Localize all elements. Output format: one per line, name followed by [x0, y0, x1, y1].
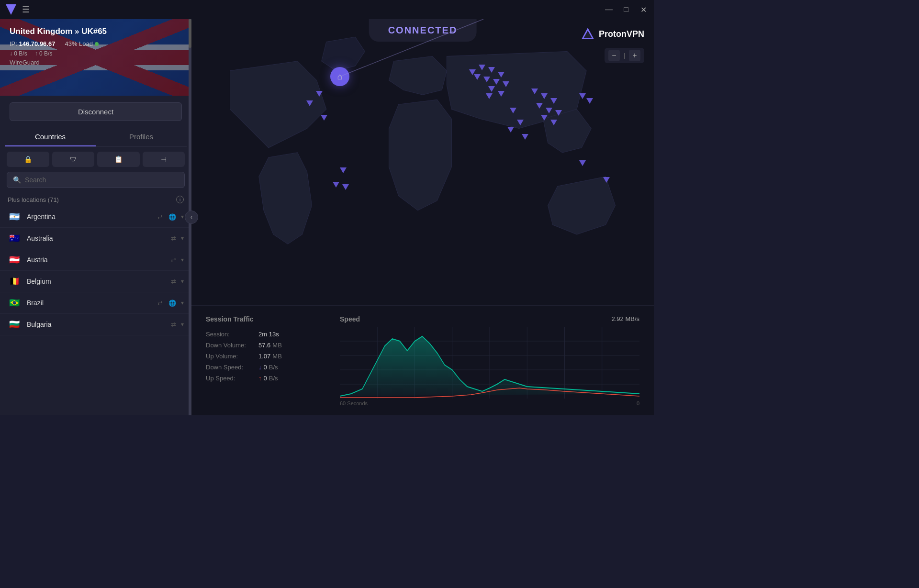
tab-profiles[interactable]: Profiles: [96, 128, 187, 146]
country-name: Belgium: [27, 277, 164, 285]
server-marker: [342, 184, 349, 190]
globe-icon[interactable]: 🌐: [168, 299, 177, 308]
search-input[interactable]: [25, 176, 179, 184]
server-marker: [488, 86, 495, 92]
zoom-in-button[interactable]: +: [629, 50, 640, 61]
server-marker: [586, 98, 593, 104]
flag-argentina: 🇦🇷: [8, 212, 21, 222]
chevron-down-icon[interactable]: ▾: [181, 213, 184, 220]
scrollbar-thumb[interactable]: [189, 19, 191, 48]
session-label: Session:: [206, 331, 258, 338]
p2p-icon[interactable]: ⇄: [170, 234, 177, 243]
server-marker: [522, 134, 528, 140]
list-item[interactable]: 🇧🇪 Belgium ⇄ ▾: [0, 271, 191, 292]
zoom-separator: |: [624, 52, 625, 59]
sidebar-toggle-button[interactable]: ‹: [185, 211, 198, 224]
globe-icon[interactable]: 🌐: [168, 212, 177, 222]
conn-details: IP: 146.70.96.67 43% Load: [10, 40, 182, 47]
server-marker: [579, 160, 586, 166]
main-area: CONNECTED ProtonVPN − | +: [191, 19, 654, 415]
server-marker: [479, 65, 485, 70]
country-list: 🇦🇷 Argentina ⇄ 🌐 ▾ 🇦🇺 Australia ⇄ ▾ 🇦🇹 A…: [0, 206, 191, 415]
title-bar-left: ☰: [6, 4, 30, 15]
sidebar: United Kingdom » UK#65 IP: 146.70.96.67 …: [0, 19, 191, 415]
window-controls: — □ ✕: [604, 5, 648, 14]
load-value: 43% Load: [65, 40, 93, 47]
list-item[interactable]: 🇧🇬 Bulgaria ⇄ ▾: [0, 314, 191, 335]
filter-row: 🔒 🛡 📋 ⊣: [0, 147, 191, 172]
chevron-down-icon[interactable]: ▾: [181, 278, 184, 285]
p2p-icon[interactable]: ⇄: [170, 255, 177, 265]
filter-shield-btn[interactable]: 🛡: [52, 152, 95, 167]
list-item[interactable]: 🇦🇺 Australia ⇄ ▾: [0, 228, 191, 249]
up-speed-row: Up Speed: ↑ 0 B/s: [206, 375, 325, 382]
p2p-icon[interactable]: ⇄: [170, 320, 177, 329]
zoom-out-button[interactable]: −: [608, 50, 620, 61]
server-marker: [555, 110, 562, 116]
list-item[interactable]: 🇧🇷 Brazil ⇄ 🌐 ▾: [0, 292, 191, 314]
country-actions: ⇄ ▾: [170, 234, 184, 243]
p2p-icon[interactable]: ⇄: [170, 277, 177, 286]
ip-value: 146.70.96.67: [19, 40, 56, 47]
sidebar-tabs: Countries Profiles: [5, 128, 187, 147]
server-marker: [541, 115, 548, 121]
proton-logo-icon: [6, 4, 16, 15]
chevron-down-icon[interactable]: ▾: [181, 256, 184, 263]
down-vol-value: 57.6: [258, 342, 270, 349]
minimize-button[interactable]: —: [604, 5, 614, 14]
speed-title: Speed: [340, 315, 360, 323]
server-marker: [507, 127, 514, 133]
search-icon: 🔍: [13, 176, 21, 184]
list-item[interactable]: 🇦🇷 Argentina ⇄ 🌐 ▾: [0, 206, 191, 228]
filter-secure-btn[interactable]: 🔒: [7, 152, 49, 167]
load-indicator: [95, 42, 99, 46]
server-marker: [546, 108, 552, 113]
flag-belgium: 🇧🇪: [8, 277, 21, 286]
disconnect-button[interactable]: Disconnect: [10, 102, 182, 121]
server-marker: [603, 177, 610, 183]
connection-line: [340, 19, 436, 77]
session-traffic-title: Session Traffic: [206, 315, 325, 323]
up-vol-label: Up Volume:: [206, 353, 258, 360]
chevron-down-icon[interactable]: ▾: [181, 235, 184, 242]
country-name: Austria: [27, 256, 164, 264]
flag-australia: 🇦🇺: [8, 233, 21, 243]
chevron-down-icon[interactable]: ▾: [181, 321, 184, 328]
tab-countries[interactable]: Countries: [5, 128, 96, 146]
speed-value: 2.92 MB/s: [611, 315, 639, 323]
chart-area: [340, 327, 639, 399]
section-header: Plus locations (71) i: [0, 193, 191, 206]
menu-icon[interactable]: ☰: [22, 4, 30, 15]
conn-content: United Kingdom » UK#65 IP: 146.70.96.67 …: [10, 27, 182, 66]
flag-brazil: 🇧🇷: [8, 298, 21, 308]
server-marker: [333, 182, 339, 188]
country-actions: ⇄ ▾: [170, 320, 184, 329]
zoom-controls: − | +: [605, 48, 644, 63]
close-button[interactable]: ✕: [639, 5, 648, 14]
filter-arrow-btn[interactable]: ⊣: [143, 152, 185, 167]
server-marker: [486, 93, 493, 99]
p2p-icon[interactable]: ⇄: [157, 299, 164, 308]
server-marker: [340, 167, 347, 173]
chevron-down-icon[interactable]: ▾: [181, 300, 184, 306]
server-marker: [498, 72, 504, 78]
server-marker: [493, 79, 500, 85]
country-actions: ⇄ ▾: [170, 277, 184, 286]
list-item[interactable]: 🇦🇹 Austria ⇄ ▾: [0, 249, 191, 271]
server-marker: [550, 120, 557, 125]
p2p-icon[interactable]: ⇄: [157, 212, 164, 222]
connection-info: United Kingdom » UK#65 IP: 146.70.96.67 …: [0, 19, 191, 96]
country-name: Bulgaria: [27, 321, 164, 328]
proton-logo-text: ProtonVPN: [599, 29, 644, 39]
server-marker: [550, 98, 557, 104]
info-icon[interactable]: i: [176, 196, 184, 203]
country-actions: ⇄ 🌐 ▾: [157, 212, 184, 222]
server-marker: [498, 91, 504, 97]
filter-list-btn[interactable]: 📋: [97, 152, 140, 167]
down-speed-row: Down Speed: ↓ 0 B/s: [206, 364, 325, 371]
speed-chart-svg: [340, 327, 639, 399]
maximize-button[interactable]: □: [621, 5, 631, 14]
server-marker: [306, 100, 313, 106]
chart-label: 60 Seconds 0: [340, 400, 639, 406]
country-name: Brazil: [27, 299, 151, 307]
